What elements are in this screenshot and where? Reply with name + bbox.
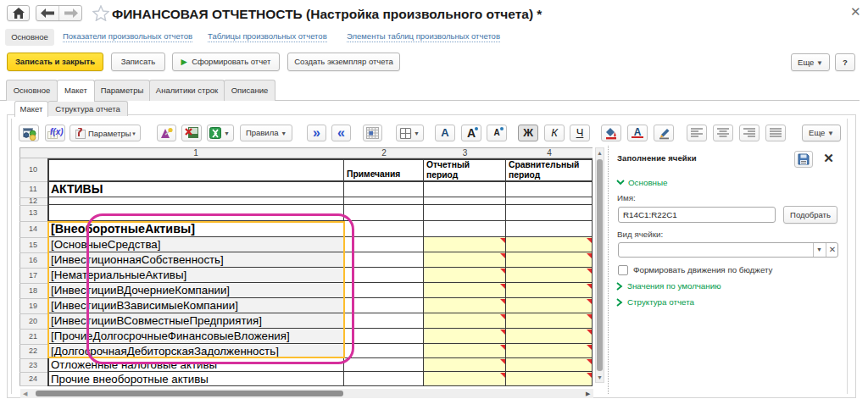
svg-text:f(x): f(x) (50, 127, 64, 136)
